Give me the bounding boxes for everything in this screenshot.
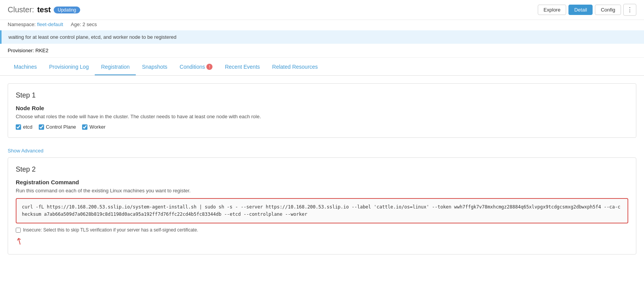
worker-checkbox[interactable] (82, 124, 87, 130)
reg-command-title: Registration Command (16, 179, 628, 185)
main-content: Step 1 Node Role Choose what roles the n… (0, 76, 644, 268)
step1-card: Step 1 Node Role Choose what roles the n… (8, 83, 636, 138)
tab-registration[interactable]: Registration (95, 59, 136, 75)
detail-button[interactable]: Detail (568, 5, 593, 15)
checkbox-control-plane[interactable]: Control Plane (39, 124, 76, 130)
insecure-label: Insecure: Select this to skip TLS verifi… (23, 227, 198, 233)
reg-command-desc: Run this command on each of the existing… (16, 188, 628, 193)
step1-title: Step 1 (16, 91, 628, 99)
node-role-checkboxes: etcd Control Plane Worker (16, 124, 628, 130)
config-button[interactable]: Config (595, 5, 621, 15)
tab-snapshots[interactable]: Snapshots (136, 59, 173, 75)
namespace-label: Namespace: fleet-default (8, 21, 63, 27)
cluster-label: Cluster: (8, 5, 34, 14)
tab-recent-events[interactable]: Recent Events (219, 59, 266, 75)
cluster-name: test (37, 5, 51, 14)
explore-button[interactable]: Explore (538, 5, 566, 15)
arrow-icon: ↖ (13, 235, 25, 248)
command-box[interactable]: curl -fL https://10.168.200.53.sslip.io/… (16, 198, 628, 223)
provisioner-row: Provisioner: RKE2 (0, 44, 644, 58)
tab-provisioning-log[interactable]: Provisioning Log (43, 59, 95, 75)
tabs: Machines Provisioning Log Registration S… (0, 59, 644, 76)
etcd-checkbox[interactable] (16, 124, 21, 130)
age-text: Age: 2 secs (71, 21, 97, 27)
provisioner-value: RKE2 (35, 48, 48, 53)
header: Cluster: test Updating Explore Detail Co… (0, 0, 644, 20)
checkbox-worker[interactable]: Worker (82, 124, 105, 130)
insecure-checkbox[interactable] (16, 228, 21, 233)
conditions-badge: ! (206, 64, 212, 70)
node-role-desc: Choose what roles the node will have in … (16, 114, 628, 119)
checkbox-etcd[interactable]: etcd (16, 124, 33, 130)
status-badge: Updating (54, 7, 80, 13)
namespace-link[interactable]: fleet-default (37, 21, 63, 27)
subheader: Namespace: fleet-default Age: 2 secs (0, 20, 644, 30)
arrow-hint: ↖ (16, 236, 628, 246)
step2-card: Step 2 Registration Command Run this com… (8, 157, 636, 255)
show-advanced-link[interactable]: Show Advanced (8, 148, 43, 154)
header-right: Explore Detail Config ⋮ (538, 4, 636, 16)
step2-title: Step 2 (16, 165, 628, 174)
tab-related-resources[interactable]: Related Resources (266, 59, 324, 75)
more-button[interactable]: ⋮ (623, 4, 636, 16)
banner-message: waiting for at least one control plane, … (8, 34, 176, 40)
control-plane-checkbox[interactable] (39, 124, 44, 130)
node-role-title: Node Role (16, 105, 628, 111)
tab-machines[interactable]: Machines (8, 59, 43, 75)
header-left: Cluster: test Updating (8, 5, 80, 14)
tab-conditions[interactable]: Conditions ! (173, 59, 219, 75)
info-banner: waiting for at least one control plane, … (0, 30, 644, 44)
insecure-row: Insecure: Select this to skip TLS verifi… (16, 227, 628, 233)
